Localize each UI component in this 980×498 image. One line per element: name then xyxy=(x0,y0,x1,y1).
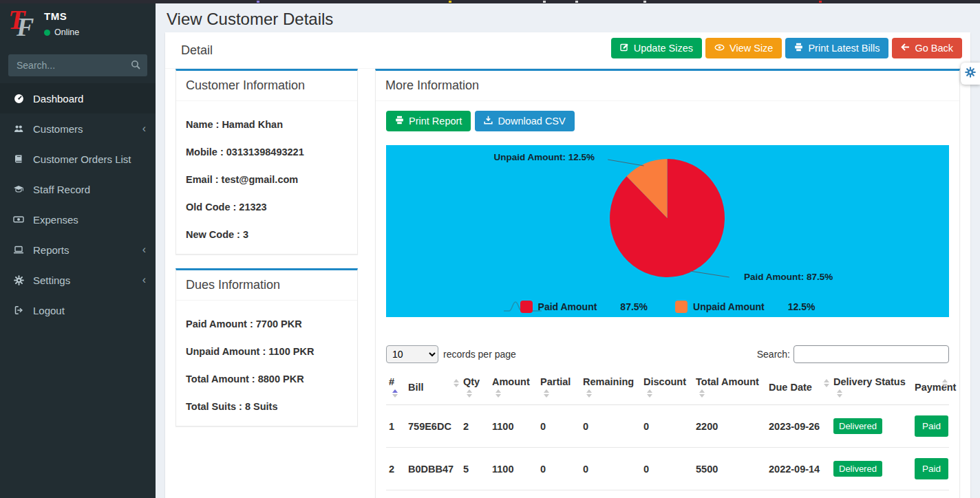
customer-name-field: Name : Hamad Khan xyxy=(186,119,348,130)
chevron-left-icon: ‹ xyxy=(142,243,146,256)
cell-discount: 0 xyxy=(641,405,693,448)
gear-icon xyxy=(965,67,976,80)
cell-num: 1 xyxy=(386,405,405,448)
print-report-button[interactable]: Print Report xyxy=(386,111,471,131)
top-strip-dot xyxy=(543,1,546,3)
sidebar-item-staff-record[interactable]: Staff Record xyxy=(0,174,156,204)
col-header-due-date[interactable]: Due Date xyxy=(766,371,831,405)
go-back-label: Go Back xyxy=(915,43,953,54)
table-search-label: Search: xyxy=(757,349,790,360)
legend-label-unpaid: Unpaid Amount xyxy=(693,301,765,312)
total-amount-field: Total Amount : 8800 PKR xyxy=(186,374,348,385)
cell-discount: 0 xyxy=(641,448,693,490)
cell-amount: 1100 xyxy=(489,405,537,448)
sidebar-item-customer-orders-list[interactable]: Customer Orders List xyxy=(0,144,156,174)
records-per-page-select[interactable]: 10 xyxy=(386,345,438,363)
pie-callout-line xyxy=(608,160,643,166)
col-header-total-amount[interactable]: Total Amount xyxy=(693,371,766,405)
sort-icon xyxy=(942,379,948,387)
sidebar-item-reports[interactable]: Reports ‹ xyxy=(0,235,156,265)
gear-icon xyxy=(11,275,26,285)
top-strip-dot xyxy=(575,1,578,3)
cell-total-amount: 2200 xyxy=(693,405,766,448)
detail-panel: Detail Update Sizes View Size Print Late… xyxy=(165,32,970,498)
detail-panel-title: Detail xyxy=(181,43,213,58)
sidebar-item-label: Customers xyxy=(33,123,83,135)
col-header-num[interactable]: # xyxy=(386,371,405,405)
cell-num: 2 xyxy=(386,448,405,490)
cell-due-date: 2023-09-30 xyxy=(766,490,831,498)
cell-remaining: 0 xyxy=(580,405,641,448)
more-information-box: More Information Print Report Download C… xyxy=(375,69,960,498)
download-csv-button[interactable]: Download CSV xyxy=(475,111,574,131)
pie-callout-unpaid: Unpaid Amount: 12.5% xyxy=(493,152,595,162)
legend-pct-paid: 87.5% xyxy=(620,301,648,312)
delivery-status-badge: Delivered xyxy=(833,418,882,434)
table-search-input[interactable] xyxy=(793,345,949,363)
print-report-label: Print Report xyxy=(409,116,462,127)
cell-total-amount: 5500 xyxy=(693,448,766,490)
main-content: View Customer Details Detail Update Size… xyxy=(156,3,980,498)
sort-icon xyxy=(496,389,501,398)
book-icon xyxy=(11,154,26,164)
table-row: 2 B0DBB47 5 1100 0 0 0 5500 2022-09-14 D… xyxy=(386,448,949,490)
cell-partial: 0 xyxy=(537,490,580,498)
sidebar-item-label: Settings xyxy=(33,274,70,286)
update-sizes-button[interactable]: Update Sizes xyxy=(611,38,702,58)
cell-qty: 2 xyxy=(460,405,489,448)
cell-discount: 0 xyxy=(641,490,693,498)
sidebar-item-customers[interactable]: Customers ‹ xyxy=(0,113,156,144)
more-information-title: More Information xyxy=(376,71,959,101)
col-header-bill[interactable]: Bill xyxy=(405,371,460,405)
cell-remaining: 1100 xyxy=(580,490,641,498)
customer-mobile-field: Mobile : 03131398493221 xyxy=(186,147,348,158)
col-header-qty[interactable]: Qty xyxy=(460,371,489,405)
sidebar-item-dashboard[interactable]: Dashboard xyxy=(0,83,156,113)
col-header-remaining[interactable]: Remaining xyxy=(580,371,641,405)
col-header-payment[interactable]: Payment xyxy=(912,371,949,405)
payment-button[interactable]: Paid xyxy=(915,415,948,437)
pie-chart-canvas xyxy=(386,145,949,317)
print-latest-bills-button[interactable]: Print Latest Bills xyxy=(785,38,888,58)
col-header-discount[interactable]: Discount xyxy=(641,371,693,405)
sidebar-item-logout[interactable]: Logout xyxy=(0,295,156,325)
money-icon xyxy=(11,215,26,224)
cell-bill: 759E6DC xyxy=(405,405,460,448)
delivery-status-badge: Delivered xyxy=(833,461,882,477)
legend-pct-unpaid: 12.5% xyxy=(788,301,816,312)
print-icon xyxy=(794,43,803,54)
sidebar-item-label: Staff Record xyxy=(33,184,90,195)
sidebar-item-expenses[interactable]: Expenses xyxy=(0,204,156,235)
bills-table: # Bill Qty Amount Partial Remaining Disc… xyxy=(386,371,949,498)
chart-legend: Paid Amount 87.5% Unpaid Amount 12.5% xyxy=(386,301,949,313)
legend-label-paid: Paid Amount xyxy=(538,301,597,312)
sidebar-search-input[interactable] xyxy=(8,54,147,76)
view-size-button[interactable]: View Size xyxy=(705,38,782,58)
sidebar-nav: Dashboard Customers ‹ Customer Orders Li… xyxy=(0,83,156,325)
col-header-delivery-status[interactable]: Delivery Status xyxy=(831,371,912,405)
col-header-partial[interactable]: Partial xyxy=(537,371,580,405)
sidebar: TF TMS Online Dashboard Customers ‹ Cust… xyxy=(0,3,156,498)
brand-header: TF TMS Online xyxy=(0,3,156,46)
settings-toggle-button[interactable] xyxy=(961,63,980,85)
sort-icon xyxy=(699,389,705,398)
top-strip-dot xyxy=(819,1,822,3)
payment-button[interactable]: Paid xyxy=(915,458,948,479)
cell-partial: 0 xyxy=(537,448,580,490)
sidebar-item-label: Customer Orders List xyxy=(33,153,131,165)
sort-icon xyxy=(824,379,829,387)
users-icon xyxy=(11,124,26,133)
laptop-icon xyxy=(11,245,26,255)
sort-icon xyxy=(586,389,592,398)
sort-icon xyxy=(454,379,459,387)
sort-icon xyxy=(467,389,472,398)
edit-icon xyxy=(620,43,629,54)
sidebar-item-settings[interactable]: Settings ‹ xyxy=(0,265,156,295)
download-csv-label: Download CSV xyxy=(498,116,565,127)
detail-actions: Update Sizes View Size Print Latest Bill… xyxy=(611,38,962,58)
search-icon[interactable] xyxy=(131,60,141,73)
sort-icon xyxy=(837,389,842,398)
detail-panel-header: Detail Update Sizes View Size Print Late… xyxy=(165,32,970,69)
go-back-button[interactable]: Go Back xyxy=(892,38,962,58)
col-header-amount[interactable]: Amount xyxy=(489,371,537,405)
